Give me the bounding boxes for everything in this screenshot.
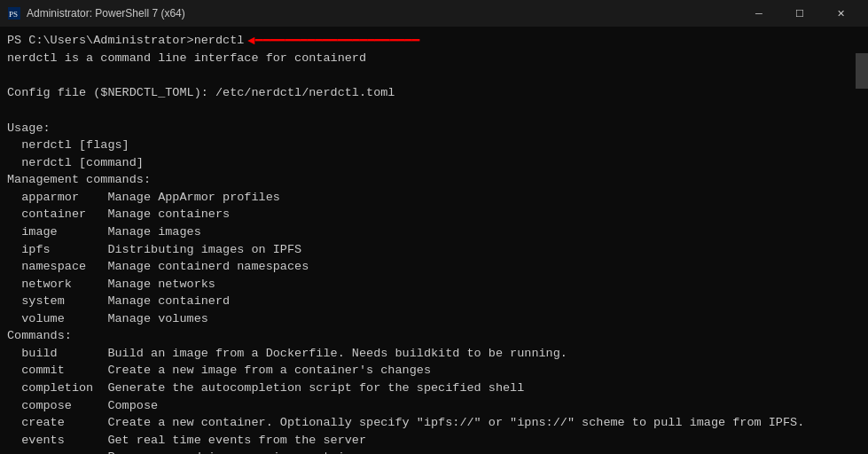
- cmd-commit: commit Create a new image from a contain…: [7, 362, 848, 380]
- output-line-3: Config file ($NERDCTL_TOML): /etc/nerdct…: [7, 84, 848, 102]
- cmd-build: build Build an image from a Dockerfile. …: [7, 345, 848, 363]
- cmd-image: image Manage images: [7, 223, 848, 241]
- red-arrow-icon: ◄━━━━━━━━━━━━━━━━━━━━━━: [247, 32, 419, 50]
- scrollbar-thumb[interactable]: [856, 53, 868, 89]
- prompt-line: PS C:\Users\Administrator> nerdctl ◄━━━━…: [7, 32, 848, 50]
- commands-header: Commands:: [7, 327, 848, 345]
- cmd-compose: compose Compose: [7, 397, 848, 415]
- cmd-events: events Get real time events from the ser…: [7, 432, 848, 450]
- terminal-area[interactable]: PS C:\Users\Administrator> nerdctl ◄━━━━…: [0, 27, 868, 454]
- cmd-exec: exec Run a command in a running containe…: [7, 449, 848, 454]
- usage-header: Usage:: [7, 120, 848, 137]
- empty-line-2: [7, 102, 848, 120]
- usage-command: nerdctl [command]: [7, 154, 848, 172]
- window: PS Administrator: PowerShell 7 (x64) ─ ☐…: [0, 0, 868, 454]
- output-line-1: nerdctl is a command line interface for …: [7, 50, 848, 67]
- arrow-indicator: ◄━━━━━━━━━━━━━━━━━━━━━━: [247, 32, 419, 50]
- close-button[interactable]: ✕: [820, 0, 861, 27]
- minimize-button[interactable]: ─: [739, 0, 779, 27]
- usage-flags: nerdctl [flags]: [7, 137, 848, 154]
- svg-text:PS: PS: [9, 10, 18, 19]
- title-bar: PS Administrator: PowerShell 7 (x64) ─ ☐…: [0, 0, 868, 27]
- command-text: nerdctl: [194, 32, 245, 50]
- cmd-ipfs: ipfs Distributing images on IPFS: [7, 241, 848, 259]
- management-header: Management commands:: [7, 171, 848, 189]
- regular-commands-list: build Build an image from a Dockerfile. …: [7, 345, 848, 454]
- cmd-apparmor: apparmor Manage AppArmor profiles: [7, 189, 848, 207]
- window-title: Administrator: PowerShell 7 (x64): [27, 7, 739, 20]
- powershell-icon: PS: [7, 6, 21, 20]
- empty-line-1: [7, 67, 848, 85]
- scrollbar[interactable]: [856, 53, 868, 454]
- cmd-completion: completion Generate the autocompletion s…: [7, 380, 848, 397]
- cmd-namespace: namespace Manage containerd namespaces: [7, 258, 848, 276]
- cmd-create: create Create a new container. Optionall…: [7, 414, 848, 432]
- management-commands-list: apparmor Manage AppArmor profiles contai…: [7, 189, 848, 328]
- cmd-container: container Manage containers: [7, 206, 848, 223]
- cmd-volume: volume Manage volumes: [7, 310, 848, 328]
- cmd-system: system Manage containerd: [7, 293, 848, 310]
- prompt-text: PS C:\Users\Administrator>: [7, 32, 194, 50]
- window-controls: ─ ☐ ✕: [739, 0, 861, 27]
- maximize-button[interactable]: ☐: [779, 0, 820, 27]
- cmd-network: network Manage networks: [7, 276, 848, 294]
